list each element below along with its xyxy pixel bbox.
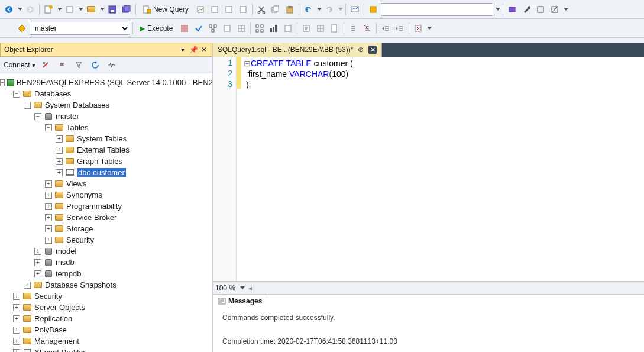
cut-icon[interactable] [255,3,268,16]
zoom-level[interactable]: 100 % [215,284,235,292]
tool-icon-4[interactable] [548,3,561,16]
execute-button[interactable]: ▶ Execute [135,21,177,35]
expander-icon[interactable]: + [56,158,63,165]
increase-indent-icon[interactable] [393,22,406,35]
undo-button[interactable] [302,3,315,16]
messages-tab[interactable]: Messages [213,295,267,308]
root-security-node[interactable]: +Security [0,290,212,302]
decrease-indent-icon[interactable] [379,22,392,35]
expander-icon[interactable]: + [13,315,20,322]
graph-tables-node[interactable]: +Graph Tables [0,156,212,167]
expander-icon[interactable]: + [34,270,41,277]
expander-icon[interactable]: + [56,147,63,154]
expander-icon[interactable]: + [45,180,52,188]
xmla-query-icon[interactable] [237,3,250,16]
tables-node[interactable]: −Tables [0,122,212,133]
open-button[interactable] [85,3,98,16]
storage-node[interactable]: +Storage [0,223,212,234]
editor-tab[interactable]: SQLQuery1.sql - BE...(BEN29EA\BB (53))* … [213,43,382,57]
redo-button[interactable] [323,3,336,16]
tool-icon-1[interactable] [506,3,519,16]
expander-icon[interactable]: + [45,203,52,210]
management-node[interactable]: +Management [0,335,212,347]
comment-icon[interactable] [347,22,360,35]
database-selector[interactable]: master [30,22,130,35]
messages-output[interactable]: Commands completed successfully. Complet… [213,307,644,352]
expander-icon[interactable]: − [13,91,20,98]
expander-icon[interactable]: + [24,282,31,289]
synonyms-node[interactable]: +Synonyms [0,189,212,201]
expander-icon[interactable]: + [13,349,20,353]
db-snapshots-node[interactable]: +Database Snapshots [0,279,212,290]
expander-icon[interactable]: + [13,327,20,334]
close-icon[interactable]: ✕ [368,46,377,54]
views-node[interactable]: +Views [0,178,212,189]
wrench-icon[interactable] [520,3,533,16]
registered-servers-icon[interactable] [367,3,380,16]
results-to-text-icon[interactable] [300,22,313,35]
client-stats-icon[interactable] [281,22,295,35]
system-tables-node[interactable]: +System Tables [0,133,212,144]
live-stats-icon[interactable] [267,22,280,35]
oe-activity-icon[interactable] [105,59,118,72]
activity-monitor-icon[interactable] [348,3,361,16]
expander-icon[interactable]: + [56,169,63,176]
nav-back-dropdown[interactable] [18,8,22,11]
display-plan-icon[interactable] [206,22,219,35]
pin-icon[interactable]: ⊕ [358,46,364,54]
specify-template-icon[interactable] [412,22,425,35]
undo-dropdown[interactable] [317,8,322,11]
code-body[interactable]: ⊟CREATE TABLE customer ( first_name VARC… [241,57,353,281]
server-node[interactable]: −BEN29EA\SQLEXPRESS (SQL Server 14.0.100… [0,77,212,88]
zoom-dropdown[interactable] [240,286,245,289]
programmability-node[interactable]: +Programmability [0,201,212,212]
query-options-icon[interactable] [221,22,234,35]
xevent-profiler-node[interactable]: +XEvent Profiler [0,347,212,352]
use-db-icon[interactable] [15,22,28,35]
dbo-customer-node[interactable]: +dbo.customer [0,167,212,178]
tempdb-db-node[interactable]: +tempdb [0,268,212,279]
expander-icon[interactable]: − [34,113,41,120]
expander-icon[interactable]: − [45,124,52,131]
save-button[interactable] [106,3,119,16]
msdb-db-node[interactable]: +msdb [0,257,212,268]
expander-icon[interactable]: + [34,248,41,255]
expander-icon[interactable]: + [13,293,20,300]
paste-icon[interactable] [283,3,296,16]
quick-launch-dropdown[interactable] [496,8,500,11]
expander-icon[interactable]: + [45,237,52,244]
expander-icon[interactable]: + [45,225,52,232]
polybase-node[interactable]: +PolyBase [0,324,212,335]
object-explorer-tree[interactable]: −BEN29EA\SQLEXPRESS (SQL Server 14.0.100… [0,73,212,352]
copy-icon[interactable] [269,3,282,16]
system-databases-node[interactable]: −System Databases [0,99,212,111]
external-tables-node[interactable]: +External Tables [0,144,212,156]
pin-icon[interactable]: 📌 [189,46,198,54]
sql-editor[interactable]: 1 2 3 ⊟CREATE TABLE customer ( first_nam… [213,57,644,281]
dmx-query-icon[interactable] [222,3,235,16]
model-db-node[interactable]: +model [0,246,212,257]
expander-icon[interactable]: + [45,214,52,221]
uncomment-icon[interactable] [361,22,374,35]
new-project-dropdown[interactable] [57,8,62,11]
window-position-icon[interactable]: ▾ [179,46,187,54]
stop-button[interactable] [178,22,191,35]
security-node[interactable]: +Security [0,234,212,246]
expander-icon[interactable]: + [45,192,52,199]
db-engine-query-icon[interactable] [194,3,207,16]
parse-icon[interactable] [192,22,205,35]
open-dropdown[interactable] [100,8,105,11]
nav-prev-icon[interactable]: ◂ [248,284,252,292]
oe-disconnect-all-icon[interactable]: ✕ [56,59,69,72]
quick-launch-input[interactable] [381,3,493,16]
save-all-button[interactable] [120,3,133,16]
include-plan-icon[interactable] [253,22,266,35]
intellisense-icon[interactable] [235,22,248,35]
connect-button[interactable]: Connect ▾ [4,61,35,69]
new-project-button[interactable] [42,3,55,16]
expander-icon[interactable]: + [13,338,20,345]
master-db-node[interactable]: −master [0,111,212,122]
expander-icon[interactable]: + [13,304,20,311]
expander-icon[interactable]: + [34,259,41,266]
tool-dropdown[interactable] [564,8,568,11]
